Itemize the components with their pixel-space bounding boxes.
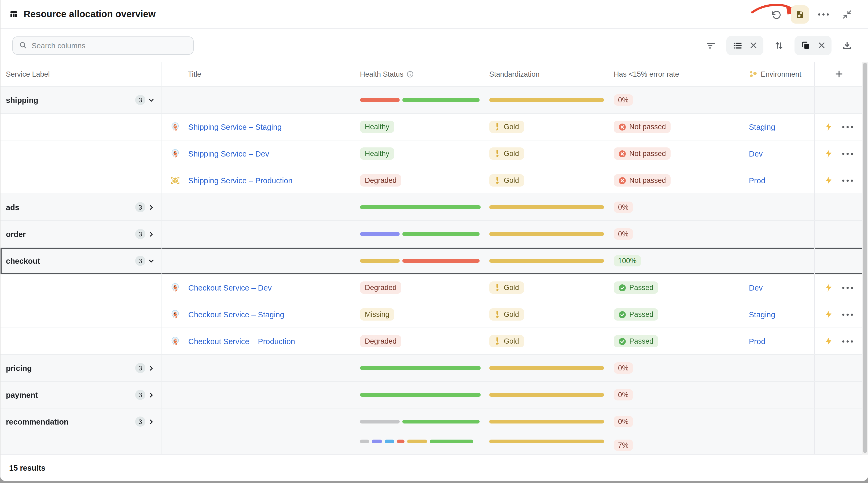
results-count: 15 results: [9, 463, 45, 472]
cross-circle-icon: [619, 150, 626, 157]
health-status-badge: Degraded: [360, 282, 402, 294]
cross-circle-icon: [619, 123, 626, 131]
group-row[interactable]: payment 3 0%: [1, 382, 868, 409]
info-icon[interactable]: [407, 70, 414, 77]
group-row[interactable]: order 3 0%: [1, 221, 868, 248]
error-rate-percent-badge: 100%: [614, 255, 641, 266]
error-rate-percent-badge: 0%: [614, 389, 633, 400]
sort-button[interactable]: [770, 36, 788, 55]
health-status-badge: Degraded: [360, 174, 402, 187]
medal-icon: [494, 337, 500, 345]
group-row[interactable]: recommendation 3 0%: [1, 409, 868, 435]
group-copy-button[interactable]: [801, 40, 811, 50]
environment-cluster-icon: [749, 70, 757, 78]
panel-resource-allocation: Resource allocation overview: [0, 0, 868, 481]
standardization-badge: Gold: [489, 174, 524, 187]
download-icon: [842, 40, 852, 50]
service-title-link[interactable]: Checkout Service – Staging: [188, 310, 284, 319]
save-button[interactable]: [791, 5, 809, 24]
group-row[interactable]: ads 3 0%: [1, 194, 868, 221]
chevron-icon[interactable]: [145, 365, 157, 371]
environment-link[interactable]: Staging: [749, 310, 775, 319]
chevron-icon[interactable]: [145, 231, 157, 237]
error-rate-percent-badge: 0%: [614, 362, 633, 374]
save-icon: [795, 10, 805, 19]
collapse-window-button[interactable]: [838, 5, 856, 24]
check-circle-icon: [619, 284, 626, 291]
download-button[interactable]: [838, 36, 856, 55]
service-title-link[interactable]: Checkout Service – Production: [188, 337, 295, 346]
vertical-scrollbar[interactable]: [862, 62, 868, 455]
filter-button[interactable]: [702, 36, 720, 55]
service-row[interactable]: Checkout Service – Dev Degraded Gold: [1, 275, 868, 301]
lightning-icon[interactable]: [825, 283, 833, 292]
group-row[interactable]: pricing 3 0%: [1, 355, 868, 382]
medal-icon: [494, 311, 500, 318]
error-rate-percent-badge: 0%: [614, 94, 633, 106]
column-header-health-status[interactable]: Health Status: [354, 62, 486, 86]
environment-link[interactable]: Dev: [749, 283, 763, 292]
service-row[interactable]: Shipping Service – Dev Healthy Gold: [1, 140, 868, 167]
column-header-environment[interactable]: Environment: [746, 62, 814, 86]
add-column-button[interactable]: [814, 62, 863, 86]
lightning-icon[interactable]: [825, 176, 833, 185]
health-distribution-bar: [360, 259, 481, 263]
service-row[interactable]: Checkout Service – Production Degraded G…: [1, 328, 868, 355]
service-row[interactable]: Checkout Service – Staging Missing Gold: [1, 301, 868, 328]
error-rate-percent-badge: 0%: [614, 416, 633, 427]
group-pill: [795, 36, 832, 55]
service-title-link[interactable]: Checkout Service – Dev: [188, 283, 272, 292]
clear-view-button[interactable]: [750, 42, 757, 49]
column-header-error-rate[interactable]: Has <15% error rate: [610, 62, 746, 86]
lightning-icon[interactable]: [825, 337, 833, 346]
close-icon: [750, 42, 757, 49]
collapse-icon: [842, 10, 852, 19]
row-menu-button[interactable]: [842, 313, 853, 316]
error-rate-badge: Passed: [614, 282, 658, 294]
row-menu-button[interactable]: [842, 153, 853, 155]
group-count-badge: 3: [135, 256, 145, 266]
group-label: shipping: [6, 96, 38, 104]
more-options-button[interactable]: [814, 5, 833, 24]
clear-group-button[interactable]: [818, 42, 825, 49]
lightning-icon[interactable]: [825, 122, 833, 131]
service-title-link[interactable]: Shipping Service – Staging: [188, 123, 282, 131]
row-menu-button[interactable]: [842, 287, 853, 289]
group-row[interactable]: shipping 3 0%: [1, 87, 868, 114]
row-menu-button[interactable]: [842, 340, 853, 342]
service-title-link[interactable]: Shipping Service – Dev: [188, 149, 269, 158]
environment-link[interactable]: Prod: [749, 176, 765, 185]
group-row[interactable]: 7%: [1, 435, 868, 454]
environment-link[interactable]: Staging: [749, 123, 775, 131]
service-title-link[interactable]: Shipping Service – Production: [188, 176, 292, 185]
lightning-icon[interactable]: [825, 310, 833, 319]
environment-link[interactable]: Dev: [749, 149, 763, 158]
list-view-button[interactable]: [733, 40, 742, 50]
group-label: checkout: [6, 257, 40, 265]
chevron-icon[interactable]: [145, 97, 157, 103]
panel-header: Resource allocation overview: [1, 0, 868, 29]
error-rate-percent-badge: 7%: [614, 440, 633, 451]
environment-link[interactable]: Prod: [749, 337, 765, 346]
column-header-title[interactable]: Title: [161, 62, 354, 86]
row-menu-button[interactable]: [842, 126, 853, 128]
chevron-icon[interactable]: [145, 258, 157, 264]
chevron-icon[interactable]: [145, 392, 157, 398]
chevron-icon[interactable]: [145, 204, 157, 211]
column-header-service-label[interactable]: Service Label: [1, 62, 161, 86]
sort-icon: [774, 40, 784, 50]
scrollbar-thumb[interactable]: [863, 63, 867, 453]
search-box[interactable]: [12, 36, 194, 55]
table-icon: [9, 10, 18, 19]
chevron-icon[interactable]: [145, 418, 157, 425]
error-rate-badge: Not passed: [614, 174, 671, 187]
service-row[interactable]: Shipping Service – Staging Healthy Gold: [1, 114, 868, 140]
service-row[interactable]: Shipping Service – Production Degraded G…: [1, 167, 868, 194]
lightning-icon[interactable]: [825, 149, 833, 158]
undo-button[interactable]: [767, 5, 785, 24]
group-row[interactable]: checkout 3 100%: [1, 248, 868, 275]
row-menu-button[interactable]: [842, 179, 853, 182]
column-header-standardization[interactable]: Standardization: [486, 62, 610, 86]
health-status-badge: Missing: [360, 308, 394, 321]
search-input[interactable]: [32, 41, 187, 50]
